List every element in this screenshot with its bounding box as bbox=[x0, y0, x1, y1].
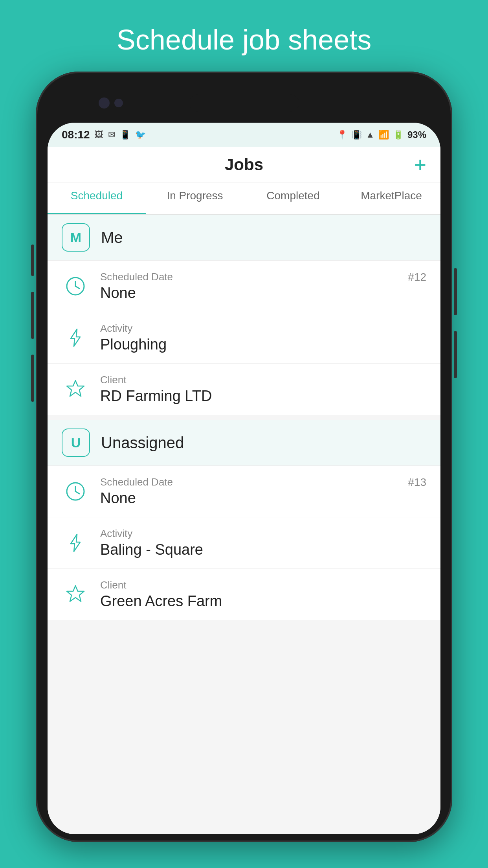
avatar-me: M bbox=[62, 223, 90, 252]
svg-marker-4 bbox=[67, 381, 84, 396]
job-13-activity-content: Activity Baling - Square bbox=[100, 528, 203, 558]
clock-icon-13 bbox=[62, 478, 89, 505]
job-12-client-row[interactable]: Client RD Farming LTD bbox=[48, 364, 440, 415]
job-13-activity-row[interactable]: Activity Baling - Square bbox=[48, 517, 440, 569]
front-camera bbox=[99, 97, 110, 108]
right-button-2[interactable] bbox=[454, 331, 457, 378]
avatar-unassigned: U bbox=[62, 428, 90, 457]
client-value-12: RD Farming LTD bbox=[100, 388, 212, 405]
client-value-13: Green Acres Farm bbox=[100, 593, 222, 610]
scheduled-date-value-13: None bbox=[100, 490, 173, 507]
lightning-icon-13 bbox=[62, 529, 89, 557]
tab-marketplace[interactable]: MarketPlace bbox=[342, 182, 440, 214]
job-12-activity-row[interactable]: Activity Ploughing bbox=[48, 312, 440, 364]
twitter-icon: 🐦 bbox=[135, 130, 146, 140]
client-label-13: Client bbox=[100, 579, 222, 591]
assignee-row-unassigned[interactable]: U Unassigned bbox=[48, 420, 440, 466]
job-13-client-content: Client Green Acres Farm bbox=[100, 579, 222, 610]
signal-icon: 📶 bbox=[378, 130, 389, 140]
svg-line-7 bbox=[75, 491, 79, 494]
activity-value-13: Baling - Square bbox=[100, 541, 203, 558]
photo-icon: 🖼 bbox=[95, 130, 103, 140]
assignee-row-me[interactable]: M Me bbox=[48, 215, 440, 261]
job-12-activity-content: Activity Ploughing bbox=[100, 322, 167, 353]
mail-icon: ✉ bbox=[108, 130, 115, 140]
phone-shell: 08:12 🖼 ✉ 📱 🐦 📍 📳 ▲ 📶 🔋 93% Jobs + bbox=[36, 72, 452, 842]
battery-percentage: 93% bbox=[407, 129, 426, 140]
job-group-unassigned: U Unassigned Scheduled Date bbox=[48, 420, 440, 620]
camera-area bbox=[44, 87, 444, 119]
add-job-button[interactable]: + bbox=[414, 154, 426, 175]
content-area: M Me Scheduled Date Non bbox=[48, 215, 440, 834]
job-number-13: #13 bbox=[408, 476, 426, 489]
clock-icon bbox=[62, 272, 89, 300]
job-13-client-row[interactable]: Client Green Acres Farm bbox=[48, 569, 440, 620]
tab-completed[interactable]: Completed bbox=[244, 182, 342, 214]
job-12-client-content: Client RD Farming LTD bbox=[100, 374, 212, 405]
scheduled-date-label-13: Scheduled Date bbox=[100, 476, 173, 488]
assignee-name-unassigned: Unassigned bbox=[101, 434, 184, 452]
job-13-date-row[interactable]: Scheduled Date None #13 bbox=[48, 466, 440, 517]
right-button-1[interactable] bbox=[454, 268, 457, 315]
app-header: Jobs + bbox=[48, 147, 440, 182]
app-title: Jobs bbox=[225, 155, 263, 174]
power-button[interactable] bbox=[31, 355, 34, 402]
svg-line-2 bbox=[75, 286, 79, 289]
job-13-date-content: Scheduled Date None bbox=[100, 476, 173, 507]
activity-label-13: Activity bbox=[100, 528, 203, 540]
battery-icon: 🔋 bbox=[393, 130, 404, 140]
job-number-12: #12 bbox=[408, 271, 426, 283]
location-icon: 📍 bbox=[337, 130, 347, 140]
status-time: 08:12 bbox=[62, 129, 90, 141]
tabs-bar: Scheduled In Progress Completed MarketPl… bbox=[48, 182, 440, 215]
phone-screen: 08:12 🖼 ✉ 📱 🐦 📍 📳 ▲ 📶 🔋 93% Jobs + bbox=[48, 123, 440, 834]
volume-down-button[interactable] bbox=[31, 292, 34, 339]
star-icon-12 bbox=[62, 375, 89, 403]
speaker-notch bbox=[189, 94, 299, 112]
svg-marker-8 bbox=[71, 534, 80, 552]
svg-marker-9 bbox=[67, 586, 84, 601]
status-bar: 08:12 🖼 ✉ 📱 🐦 📍 📳 ▲ 📶 🔋 93% bbox=[48, 123, 440, 147]
lightning-icon-12 bbox=[62, 324, 89, 351]
scheduled-date-value-12: None bbox=[100, 285, 173, 302]
tab-scheduled[interactable]: Scheduled bbox=[48, 182, 146, 214]
volume-up-button[interactable] bbox=[31, 245, 34, 276]
wifi-icon: ▲ bbox=[366, 130, 374, 140]
page-title: Schedule job sheets bbox=[117, 24, 371, 56]
phone-icon: 📱 bbox=[120, 130, 130, 140]
job-12-date-content: Scheduled Date None bbox=[100, 271, 173, 302]
job-group-me: M Me Scheduled Date Non bbox=[48, 215, 440, 415]
activity-value-12: Ploughing bbox=[100, 336, 167, 353]
svg-marker-3 bbox=[71, 329, 80, 346]
front-sensor bbox=[114, 99, 123, 107]
vibrate-icon: 📳 bbox=[351, 130, 362, 140]
star-icon-13 bbox=[62, 581, 89, 608]
tab-in-progress[interactable]: In Progress bbox=[146, 182, 244, 214]
job-12-date-row[interactable]: Scheduled Date None #12 bbox=[48, 261, 440, 312]
activity-label-12: Activity bbox=[100, 322, 167, 335]
client-label-12: Client bbox=[100, 374, 212, 386]
assignee-name-me: Me bbox=[101, 229, 123, 246]
scheduled-date-label-12: Scheduled Date bbox=[100, 271, 173, 283]
